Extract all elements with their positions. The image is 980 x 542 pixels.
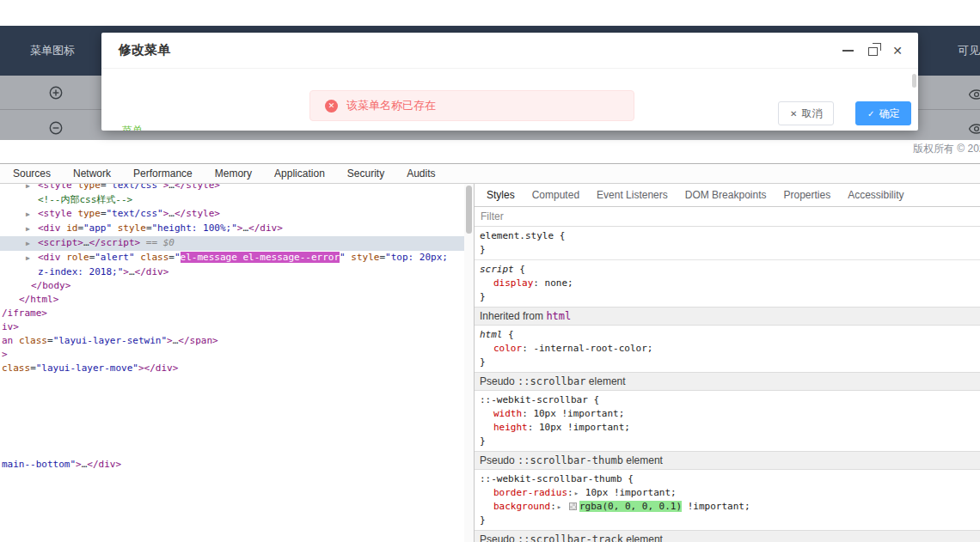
pseudo-section-bar: Pseudo ::scrollbar-track element: [475, 530, 980, 542]
css-property[interactable]: color: -internal-root-color;: [480, 342, 977, 356]
style-rule[interactable]: element.style {}: [475, 227, 980, 260]
dialog-body: 菜单 ✕ 该菜单名称已存在 ✕ 取消 ✓ 确定: [101, 69, 918, 131]
css-property[interactable]: height: 10px !important;: [480, 421, 977, 435]
confirm-label: 确定: [879, 107, 899, 121]
clipped-form-text: 菜单: [122, 124, 143, 131]
inherited-node-link[interactable]: html: [546, 310, 571, 322]
dom-line: [0, 430, 464, 444]
dom-line[interactable]: class="layui-layer-move"></div>: [0, 362, 464, 375]
page-top-strip: [0, 0, 980, 26]
circle-minus-icon: [49, 121, 63, 135]
sidebar-tab-accessibility[interactable]: Accessibility: [839, 184, 912, 206]
sidebar-tab-styles[interactable]: Styles: [478, 184, 524, 206]
confirm-check-icon: ✓: [867, 109, 874, 119]
pseudo-selector-name: ::scrollbar: [518, 375, 585, 387]
dom-line[interactable]: ▶<style type="text/css">…</style>: [0, 184, 464, 193]
css-property[interactable]: width: 10px !important;: [480, 407, 977, 421]
dom-line: [0, 375, 464, 389]
dom-tree: ▶<style type="text/css">…</style><!--内部c…: [0, 184, 464, 472]
dom-line[interactable]: </html>: [0, 293, 464, 307]
devtools-tab-security[interactable]: Security: [336, 164, 395, 183]
circle-plus-icon: [49, 86, 63, 100]
dom-line: [0, 389, 464, 403]
devtools-tab-application[interactable]: Application: [263, 164, 336, 183]
modify-menu-dialog: 修改菜单 ✕ 菜单 ✕ 该菜单名称已存在 ✕ 取消 ✓ 确定: [101, 33, 918, 131]
devtools-tabbar: SourcesNetworkPerformanceMemoryApplicati…: [0, 164, 980, 184]
maximize-icon[interactable]: [868, 47, 878, 56]
dom-line[interactable]: >: [0, 348, 464, 362]
devtools-tab-network[interactable]: Network: [62, 164, 122, 183]
sidebar-tab-event-listeners[interactable]: Event Listeners: [588, 184, 677, 206]
devtools-tab-audits[interactable]: Audits: [395, 164, 446, 183]
css-property[interactable]: border-radius:▸ 10px !important;: [480, 486, 977, 500]
minimize-icon[interactable]: [842, 50, 854, 52]
dom-line: [0, 417, 464, 430]
dom-pane-scrollbar[interactable]: [464, 184, 475, 542]
dom-line[interactable]: <!--内部css样式-->: [0, 193, 464, 207]
elements-dom-pane: ▶<style type="text/css">…</style><!--内部c…: [0, 184, 464, 542]
devtools-tab-memory[interactable]: Memory: [204, 164, 263, 183]
expand-row-button[interactable]: [49, 86, 63, 100]
dom-line[interactable]: ▶<div role="alert" class="el-message el-…: [0, 251, 464, 265]
dom-line[interactable]: /iframe>: [0, 307, 464, 320]
error-toast: ✕ 该菜单名称已存在: [309, 90, 634, 121]
column-header-visible: 可见: [958, 43, 980, 58]
visibility-eye-icon[interactable]: [969, 88, 980, 98]
devtools-panel: SourcesNetworkPerformanceMemoryApplicati…: [0, 163, 980, 542]
inherited-from-bar: Inherited from html: [475, 307, 980, 326]
devtools-tab-sources[interactable]: Sources: [2, 164, 62, 183]
dom-line: [0, 444, 464, 458]
visibility-eye-icon[interactable]: [969, 122, 980, 132]
dialog-header: 修改菜单 ✕: [101, 33, 918, 69]
styles-filter-row: [475, 207, 980, 227]
dom-line[interactable]: an class="layui-layer-setwin">…</span>: [0, 334, 464, 348]
css-property[interactable]: display: none;: [480, 277, 977, 290]
styles-sidebar: StylesComputedEvent ListenersDOM Breakpo…: [475, 184, 980, 542]
column-header-menu-icon: 菜单图标: [30, 43, 75, 58]
confirm-button[interactable]: ✓ 确定: [855, 101, 911, 125]
sidebar-tabbar: StylesComputedEvent ListenersDOM Breakpo…: [475, 184, 980, 207]
css-property[interactable]: background:▸ rgba(0, 0, 0, 0.1) !importa…: [480, 500, 977, 514]
dom-line: [0, 403, 464, 417]
sidebar-tab-properties[interactable]: Properties: [775, 184, 839, 206]
pseudo-selector-name: ::scrollbar-track: [518, 533, 623, 542]
cancel-label: 取消: [801, 107, 822, 121]
dom-line[interactable]: ▶<div id="app" style="height: 100%;">…</…: [0, 222, 464, 236]
style-rule[interactable]: html {color: -internal-root-color;}: [475, 326, 980, 373]
dom-line[interactable]: z-index: 2018;">…</div>: [0, 265, 464, 279]
styles-filter-input[interactable]: [481, 210, 670, 222]
dom-line[interactable]: ▶<script>…</script> == $0: [0, 236, 464, 251]
close-icon[interactable]: ✕: [892, 45, 903, 57]
dom-line[interactable]: </body>: [0, 279, 464, 293]
style-rule[interactable]: ::-webkit-scrollbar-thumb {border-radius…: [475, 470, 980, 531]
pseudo-section-bar: Pseudo ::scrollbar-thumb element: [475, 451, 980, 470]
copyright-footer: 版权所有 © 2020~20: [913, 142, 980, 156]
collapse-row-button[interactable]: [49, 121, 63, 135]
sidebar-tab-dom-breakpoints[interactable]: DOM Breakpoints: [677, 184, 775, 206]
error-circle-icon: ✕: [325, 100, 338, 113]
color-swatch-icon[interactable]: [569, 502, 577, 510]
devtools-tab-performance[interactable]: Performance: [122, 164, 204, 183]
style-rule[interactable]: script {display: none;}: [475, 260, 980, 308]
cancel-x-icon: ✕: [790, 109, 797, 119]
scrollbar-thumb[interactable]: [466, 186, 472, 234]
dialog-scrollbar-thumb[interactable]: [912, 74, 916, 88]
window-controls: ✕: [842, 45, 903, 57]
devtools-main: ▶<style type="text/css">…</style><!--内部c…: [0, 184, 980, 542]
dom-line[interactable]: ▶<style type="text/css">…</style>: [0, 207, 464, 222]
error-toast-text: 该菜单名称已存在: [346, 98, 436, 113]
screen: 菜单图标 可见: [0, 0, 980, 542]
dom-line[interactable]: main--bottom">…</div>: [0, 458, 464, 472]
pseudo-section-bar: Pseudo ::scrollbar element: [475, 372, 980, 391]
styles-content: element.style {}script {display: none;}I…: [475, 227, 980, 542]
pseudo-selector-name: ::scrollbar-thumb: [518, 454, 623, 466]
sidebar-tab-computed[interactable]: Computed: [524, 184, 588, 206]
style-rule[interactable]: ::-webkit-scrollbar {width: 10px !import…: [475, 391, 980, 452]
dialog-title: 修改菜单: [119, 42, 170, 58]
cancel-button[interactable]: ✕ 取消: [778, 101, 834, 125]
dom-line[interactable]: iv>: [0, 320, 464, 334]
